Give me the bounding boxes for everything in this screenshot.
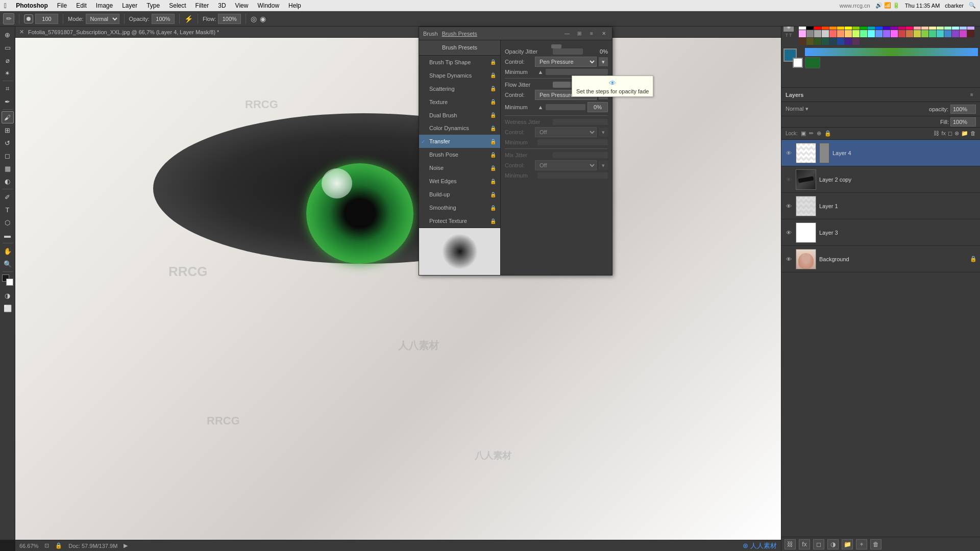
opacity-input[interactable]: 100% xyxy=(152,14,175,24)
brush-item-protect-texture[interactable]: Protect Texture 🔒 xyxy=(419,214,500,228)
swatch-color[interactable] xyxy=(944,30,951,37)
menu-window[interactable]: Window xyxy=(257,2,279,9)
swatch-color[interactable] xyxy=(921,30,928,37)
swatch-color[interactable] xyxy=(799,38,806,45)
swatch-color[interactable] xyxy=(967,30,974,37)
menu-select[interactable]: Select xyxy=(169,2,186,9)
swatch-color[interactable] xyxy=(799,30,806,37)
layer-item-layer4[interactable]: 👁 Layer 4 xyxy=(781,140,980,166)
screen-mode-btn[interactable]: ⬜ xyxy=(2,302,14,314)
brush-panel-close[interactable]: ✕ xyxy=(600,30,608,38)
swatch-color[interactable] xyxy=(837,38,844,45)
magic-wand-tool[interactable]: ✴ xyxy=(2,67,14,79)
menu-type[interactable]: Type xyxy=(146,2,160,9)
swatch-color[interactable] xyxy=(829,38,837,45)
control-select-1[interactable]: Pen Pressure xyxy=(535,57,597,67)
brush-item-transfer[interactable]: ✓ Transfer 🔒 xyxy=(419,135,500,148)
zoom-level[interactable]: 66.67% xyxy=(19,543,38,549)
menu-view[interactable]: View xyxy=(235,2,249,9)
layer-style-icon[interactable]: fx xyxy=(941,130,946,137)
brush-panel-collapse[interactable]: — xyxy=(563,30,571,38)
visibility-layer4[interactable]: 👁 xyxy=(785,149,793,157)
brush-item-brush-pose[interactable]: Brush Pose 🔒 xyxy=(419,148,500,161)
adjustment-icon[interactable]: ⊗ xyxy=(954,130,959,137)
brush-item-scattering[interactable]: Scattering 🔒 xyxy=(419,82,500,95)
brush-item-wet-edges[interactable]: Wet Edges 🔒 xyxy=(419,174,500,188)
nav-arrow[interactable]: ▶ xyxy=(124,542,128,549)
swatch-color[interactable] xyxy=(822,30,829,37)
lock-paint-btn[interactable]: ✏ xyxy=(809,130,814,137)
visibility-layer2copy[interactable]: 👁 xyxy=(785,176,793,184)
airbrush-icon[interactable]: ◎ xyxy=(251,15,257,23)
menu-filter[interactable]: Filter xyxy=(195,2,209,9)
canvas-content[interactable]: www.rrcg.cn RRCG 八人素材 RRCG 人八素材 RRCG 八人素… xyxy=(15,38,781,540)
color-spectrum-bar[interactable] xyxy=(805,48,978,56)
minimum-arrow-2[interactable]: ▲ xyxy=(537,104,544,110)
layer-item-background[interactable]: 👁 Background 🔒 xyxy=(781,246,980,272)
delete-btn[interactable]: 🗑 xyxy=(870,539,881,549)
swatch-color[interactable] xyxy=(829,30,837,37)
mask-mode-btn[interactable]: ◑ xyxy=(2,289,14,302)
brush-panel-expand[interactable]: ⊞ xyxy=(575,30,583,38)
group-icon[interactable]: 📁 xyxy=(961,130,968,137)
crop-tool[interactable]: ⌗ xyxy=(2,83,14,95)
opacity-jitter-slider[interactable] xyxy=(553,48,583,55)
swatch-color[interactable] xyxy=(860,30,867,37)
swatch-color[interactable] xyxy=(845,30,852,37)
background-swatch[interactable] xyxy=(793,58,803,68)
minimum-input-2[interactable] xyxy=(587,102,608,112)
flow-input[interactable]: 100% xyxy=(218,14,241,24)
lasso-tool[interactable]: ⌀ xyxy=(2,54,14,66)
swatch-color[interactable] xyxy=(837,30,844,37)
app-name[interactable]: Photoshop xyxy=(16,2,48,9)
opacity-input[interactable] xyxy=(950,105,976,114)
tablet-pressure-icon[interactable]: ◉ xyxy=(260,15,266,23)
username[interactable]: cbarker xyxy=(945,3,964,9)
brush-item-shape-dynamics[interactable]: Shape Dynamics 🔒 xyxy=(419,69,500,82)
swatch-color[interactable] xyxy=(952,30,959,37)
brush-item-color-dynamics[interactable]: Color Dynamics 🔒 xyxy=(419,122,500,135)
swatch-color[interactable] xyxy=(806,30,814,37)
minimum-slider-2[interactable] xyxy=(546,104,585,110)
layers-panel-menu[interactable]: ≡ xyxy=(968,91,976,99)
group-btn[interactable]: 📁 xyxy=(842,539,853,549)
document-close-btn[interactable]: ✕ xyxy=(19,29,24,35)
brush-tool[interactable]: 🖌 xyxy=(2,111,14,123)
search-icon[interactable]: 🔍 xyxy=(969,2,976,9)
brush-presets-header[interactable]: Brush Presets xyxy=(419,40,500,56)
minimum-slider-1[interactable] xyxy=(546,69,608,75)
swatch-color[interactable] xyxy=(906,30,913,37)
move-tool[interactable]: ⊕ xyxy=(2,29,14,41)
zoom-tool[interactable]: 🔍 xyxy=(2,258,14,270)
path-tool[interactable]: ⬡ xyxy=(2,216,14,229)
eraser-tool[interactable]: ◻ xyxy=(2,149,14,162)
dodge-tool[interactable]: ◐ xyxy=(2,175,14,187)
history-brush-tool[interactable]: ↺ xyxy=(2,137,14,149)
visibility-layer1[interactable]: 👁 xyxy=(785,202,793,210)
swatch-color[interactable] xyxy=(929,30,936,37)
link-layers-btn[interactable]: ⛓ xyxy=(785,539,796,549)
brush-item-smoothing[interactable]: Smoothing 🔒 xyxy=(419,201,500,214)
menu-help[interactable]: Help xyxy=(288,2,301,9)
swatch-color[interactable] xyxy=(822,38,829,45)
brush-item-tip-shape[interactable]: Brush Tip Shape 🔒 xyxy=(419,56,500,69)
brush-item-noise[interactable]: Noise 🔒 xyxy=(419,161,500,174)
swatch-color[interactable] xyxy=(898,30,905,37)
lock-all-btn[interactable]: 🔒 xyxy=(824,130,831,137)
layer-mask-icon[interactable]: ◻ xyxy=(948,130,952,137)
swatch-color[interactable] xyxy=(814,30,821,37)
clone-stamp-tool[interactable]: ⊞ xyxy=(2,124,14,136)
minimum-arrow-1[interactable]: ▲ xyxy=(537,69,544,75)
color-detail-swatch[interactable] xyxy=(805,57,820,68)
swatch-color[interactable] xyxy=(891,30,898,37)
lock-position-btn[interactable]: ⊕ xyxy=(817,130,821,137)
layer-item-layer1[interactable]: 👁 Layer 1 xyxy=(781,193,980,219)
lock-transparent-btn[interactable]: ▣ xyxy=(801,130,806,137)
swatch-color[interactable] xyxy=(852,30,860,37)
swatch-color[interactable] xyxy=(875,30,883,37)
mode-select[interactable]: Normal xyxy=(86,14,119,24)
swatch-color[interactable] xyxy=(868,30,875,37)
gradient-tool[interactable]: ▦ xyxy=(2,162,14,174)
layer-item-layer2copy[interactable]: 👁 Layer 2 copy xyxy=(781,166,980,193)
delete-layer-icon[interactable]: 🗑 xyxy=(970,130,976,137)
